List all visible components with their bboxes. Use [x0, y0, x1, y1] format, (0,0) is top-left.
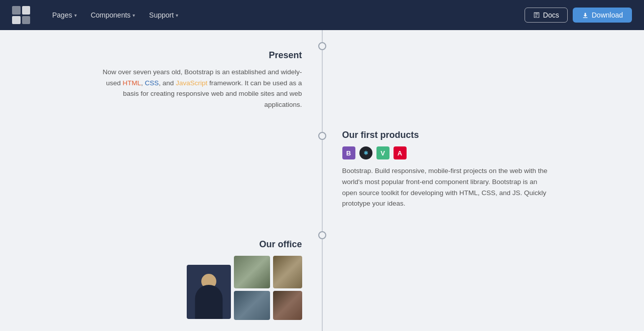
- nav-item-support[interactable]: Support ▾: [143, 7, 184, 23]
- present-text: Now over seven years old, Bootstrap is a…: [96, 67, 302, 110]
- logo-icon: [12, 6, 30, 24]
- photo-bottom-center: [234, 291, 270, 320]
- bootstrap-icon: B: [342, 146, 355, 159]
- docs-button[interactable]: Docs: [525, 8, 568, 23]
- products-dot: [318, 132, 326, 140]
- products-content: Our first products B ⚛ V A Bootstrap. Bu…: [322, 130, 548, 209]
- office-title: Our office: [96, 239, 302, 250]
- angular-icon: A: [394, 146, 407, 159]
- css-highlight: CSS: [145, 79, 159, 87]
- photo-top-right: [273, 256, 302, 288]
- js-highlight: JavaScript: [176, 79, 207, 87]
- nav-menu: Pages ▾ Components ▾ Support ▾: [46, 7, 525, 23]
- office-photos: [187, 256, 302, 328]
- timeline-item-office: Our office: [96, 229, 548, 328]
- navbar: Pages ▾ Components ▾ Support ▾ Docs Down…: [0, 0, 644, 30]
- chevron-down-icon: ▾: [133, 13, 135, 18]
- timeline-item-present: Present Now over seven years old, Bootst…: [96, 40, 548, 110]
- present-content: Present Now over seven years old, Bootst…: [96, 50, 322, 110]
- timeline: Present Now over seven years old, Bootst…: [96, 30, 548, 331]
- present-dot: [318, 42, 326, 50]
- logo[interactable]: [12, 6, 30, 24]
- timeline-item-products: Our first products B ⚛ V A Bootstrap. Bu…: [96, 130, 548, 209]
- products-title: Our first products: [342, 130, 548, 140]
- photo-bottom-right: [273, 291, 302, 320]
- nav-item-components[interactable]: Components ▾: [85, 7, 141, 23]
- navbar-actions: Docs Download: [525, 8, 632, 23]
- nav-item-pages[interactable]: Pages ▾: [46, 7, 83, 23]
- photo-person: [187, 265, 231, 319]
- docs-icon: [533, 12, 540, 19]
- products-description: Bootstrap. Build responsive, mobile-firs…: [342, 165, 548, 209]
- product-icons: B ⚛ V A: [342, 146, 548, 159]
- chevron-down-icon: ▾: [74, 13, 77, 18]
- office-dot: [318, 231, 326, 239]
- react-icon: ⚛: [359, 146, 372, 159]
- vue-icon: V: [376, 146, 390, 159]
- html-highlight: HTML: [122, 79, 141, 87]
- download-icon: [582, 12, 589, 19]
- office-content: Our office: [96, 239, 322, 328]
- chevron-down-icon: ▾: [176, 13, 178, 18]
- photo-top-center: [234, 256, 270, 288]
- main-content: Present Now over seven years old, Bootst…: [0, 0, 644, 331]
- download-button[interactable]: Download: [573, 8, 632, 23]
- present-title: Present: [96, 50, 302, 61]
